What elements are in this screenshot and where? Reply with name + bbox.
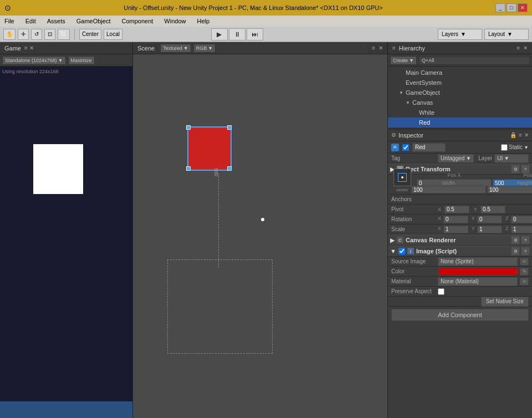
rot-x-input[interactable] [443,216,468,223]
rect-inner-box [398,173,407,182]
menu-edit[interactable]: Edit [23,18,38,24]
image-script-title: Image (Script) [416,248,457,254]
layers-dropdown[interactable]: Layers▼ [438,29,482,40]
rot-z-input[interactable] [511,216,532,223]
preserve-aspect-label: Preserve Aspect [391,288,436,294]
anchors-label: Anchors [391,196,436,202]
image-script-header[interactable]: ▼ I Image (Script) ⚙ ? [388,246,532,257]
static-checkbox[interactable] [501,144,508,151]
game-panel-close-icon[interactable]: ✕ [29,45,34,51]
set-native-size-button[interactable]: Set Native Size [481,297,529,307]
canvas-renderer-help-button[interactable]: ? [521,236,530,244]
game-panel-menu-icon[interactable]: ≡ [24,45,28,51]
static-toggle: Static ▼ [501,144,529,151]
scale-z-input[interactable] [511,226,532,233]
hierarchy-item-canvas[interactable]: ▼ Canvas [388,98,532,108]
maximize-button[interactable]: □ [507,3,516,12]
handle-top-right[interactable] [227,125,232,130]
handle-bottom-left[interactable] [186,166,191,171]
pivot-y-input[interactable] [480,206,505,213]
hierarchy-menu-icon[interactable]: ≡ [516,45,520,51]
hierarchy-item-white[interactable]: White [388,108,532,118]
menu-file[interactable]: File [2,18,17,24]
scene-red-square [187,126,232,171]
source-image-row: Source Image None (Sprite) ○ [388,257,532,267]
hand-tool-button[interactable]: ✋ [3,29,16,40]
menu-help[interactable]: Help [195,18,212,24]
image-script-collapse-icon: ▼ [390,248,396,254]
object-name-input[interactable] [412,143,446,152]
hierarchy-item-red[interactable]: Red [388,118,532,128]
hierarchy-item-gameobject[interactable]: ▼ GameObject [388,88,532,98]
layout-dropdown[interactable]: Layout▼ [484,29,529,40]
hierarchy-search[interactable]: Q+All [419,56,530,65]
hierarchy-close-icon[interactable]: ✕ [523,45,528,51]
preserve-aspect-row: Preserve Aspect [388,287,532,297]
image-script-settings-button[interactable]: ⚙ [511,247,520,256]
maximize-dropdown[interactable]: Maximize [68,56,95,65]
source-image-pick-button[interactable]: ○ [520,258,529,266]
play-button[interactable]: ▶ [211,28,228,40]
rotate-tool-button[interactable]: ↺ [31,29,42,40]
hierarchy-item-main-camera[interactable]: Main Camera [388,68,532,78]
scale-tool-button[interactable]: ⊡ [44,29,55,40]
color-picker-button[interactable]: ✎ [520,268,529,276]
rot-y-input[interactable] [477,216,502,223]
menu-component[interactable]: Component [119,18,155,24]
tag-dropdown[interactable]: Untagged▼ [438,154,474,163]
layer-dropdown[interactable]: UI▼ [494,154,529,163]
color-swatch[interactable] [438,268,518,276]
menu-gameobject[interactable]: GameObject [74,18,113,24]
game-tab-label[interactable]: Game [4,45,21,52]
preserve-aspect-checkbox[interactable] [438,288,444,295]
scene-content[interactable]: 500 ✳ [133,54,387,418]
menu-window[interactable]: Window [162,18,188,24]
scale-x-input[interactable] [443,226,468,233]
local-button[interactable]: Local [104,29,122,40]
width-input[interactable] [411,186,486,193]
source-image-dropdown[interactable]: None (Sprite) [438,257,518,266]
pivot-x-input[interactable] [444,206,469,213]
game-content: Using resolution 224x168 [0,67,132,418]
textured-dropdown[interactable]: Textured▼ [160,44,191,53]
inspector-menu-icon[interactable]: ≡ [519,132,522,138]
material-pick-button[interactable]: ○ [520,278,529,286]
static-dropdown-icon[interactable]: ▼ [524,145,529,150]
inspector-tab-label[interactable]: Inspector [398,132,423,139]
step-button[interactable]: ⏭ [247,28,263,40]
scene-panel-close-icon[interactable]: ✕ [378,45,383,51]
pause-button[interactable]: ⏸ [229,28,245,40]
handle-top-left[interactable] [186,125,191,130]
minimize-button[interactable]: _ [495,3,505,12]
rgb-dropdown[interactable]: RGB▼ [193,44,216,53]
center-button[interactable]: Center [79,29,101,40]
inspector-lock-icon[interactable]: 🔒 [510,132,516,138]
scene-tab-label[interactable]: Scene [137,45,155,52]
scale-y-input[interactable] [477,226,502,233]
canvas-renderer-settings-button[interactable]: ⚙ [511,236,520,244]
menu-assets[interactable]: Assets [45,18,68,24]
canvas-renderer-header[interactable]: ▶ C Canvas Renderer ⚙ ? [388,235,532,246]
pos-labels-row: Pos X Pos Y Pos Z [417,172,532,178]
inspector-close-icon[interactable]: ✕ [524,132,529,138]
inspector-panel: ⚙ Inspector 🔒 ≡ ✕ R Static ▼ Tag [388,129,532,418]
rot-y-label: Y [472,216,476,223]
object-active-checkbox[interactable] [402,144,409,151]
add-component-button[interactable]: Add Component [391,309,529,321]
hierarchy-item-label: White [419,109,434,116]
rect-tool-button[interactable]: ⬜ [58,29,70,40]
image-script-help-button[interactable]: ? [521,247,530,256]
hierarchy-tab-label[interactable]: Hierarchy [399,45,425,52]
move-tool-button[interactable]: ✛ [18,29,29,40]
close-button[interactable]: ✕ [518,3,528,12]
scene-panel-menu-icon[interactable]: ≡ [372,45,375,51]
handle-bottom-right[interactable] [227,166,232,171]
object-header-row: R Static ▼ [388,141,532,154]
hierarchy-item-eventsystem[interactable]: EventSystem [388,78,532,88]
hierarchy-create-button[interactable]: Create▼ [390,56,417,65]
main-layout: Game ≡ ✕ Standalone (1024x768)▼ Maximize… [0,42,532,418]
height-input[interactable] [487,186,532,193]
image-script-enabled-checkbox[interactable] [398,248,405,254]
material-dropdown[interactable]: None (Material) [438,277,518,286]
resolution-dropdown[interactable]: Standalone (1024x768)▼ [2,56,66,65]
